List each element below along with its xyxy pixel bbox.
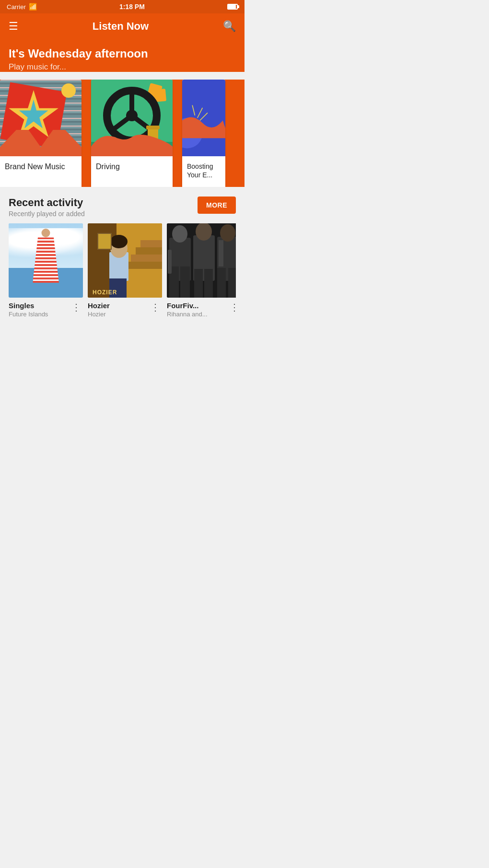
- album-text-singles: Singles Future Islands: [9, 301, 70, 318]
- recent-subtitle: Recently played or added: [9, 210, 85, 218]
- card-boosting[interactable]: Boosting Your E...: [182, 80, 225, 187]
- album-art-fourfiv: [167, 223, 236, 298]
- card-driving[interactable]: Driving: [91, 80, 173, 187]
- svg-rect-36: [168, 250, 172, 274]
- status-bar: Carrier 📶 1:18 PM: [0, 0, 244, 13]
- album-item-fourfiv[interactable]: FourFiv... Rihanna and... ⋮: [167, 223, 236, 320]
- svg-point-7: [126, 110, 138, 121]
- album-item-singles[interactable]: Singles Future Islands ⋮: [9, 223, 83, 320]
- album-menu-fourfiv[interactable]: ⋮: [228, 301, 236, 313]
- album-artist-singles: Future Islands: [9, 311, 70, 318]
- album-menu-singles[interactable]: ⋮: [70, 301, 83, 313]
- menu-icon[interactable]: ☰: [9, 20, 18, 33]
- svg-rect-43: [217, 268, 226, 298]
- svg-rect-27: [118, 278, 127, 298]
- card-brand-new-music[interactable]: Brand New Music: [0, 80, 82, 187]
- svg-point-25: [110, 235, 128, 248]
- card-image-boosting: [182, 80, 225, 156]
- content-area: Recent activity Recently played or added…: [0, 187, 244, 324]
- cards-inner: Brand New Music: [0, 80, 244, 187]
- album-artist-fourfiv: Rihanna and...: [167, 311, 228, 318]
- svg-rect-10: [146, 126, 160, 129]
- battery-icon: [227, 4, 238, 10]
- wifi-icon: 📶: [29, 3, 37, 11]
- album-grid: Singles Future Islands ⋮: [9, 223, 236, 320]
- time-label: 1:18 PM: [119, 3, 145, 11]
- album-art-hozier: HOZIER: [88, 223, 162, 298]
- cards-scroll-area[interactable]: Brand New Music: [0, 80, 244, 187]
- album-menu-hozier[interactable]: ⋮: [149, 301, 162, 313]
- svg-point-42: [220, 224, 235, 242]
- status-left: Carrier 📶: [7, 3, 37, 11]
- card-label-driving: Driving: [91, 156, 173, 180]
- album-text-hozier: Hozier Hozier: [88, 301, 149, 318]
- page-title: Listen Now: [93, 20, 149, 33]
- svg-rect-39: [194, 269, 203, 298]
- hero-greeting: It's Wednesday afternoon: [9, 47, 236, 60]
- search-icon[interactable]: 🔍: [223, 20, 236, 33]
- hero-section: It's Wednesday afternoon Play music for.…: [0, 42, 244, 72]
- header: ☰ Listen Now 🔍: [0, 13, 244, 42]
- album-artist-hozier: Hozier: [88, 311, 149, 318]
- svg-point-33: [172, 225, 187, 243]
- recent-activity-section: Recent activity Recently played or added…: [0, 187, 244, 324]
- recent-title: Recent activity: [9, 197, 85, 209]
- album-name-hozier: Hozier: [88, 301, 149, 310]
- artwork-brandnew: [0, 80, 82, 156]
- album-info-hozier: Hozier Hozier ⋮: [88, 298, 162, 320]
- recent-header-text: Recent activity Recently played or added: [9, 197, 85, 218]
- album-name-singles: Singles: [9, 301, 70, 310]
- album-text-fourfiv: FourFiv... Rihanna and...: [167, 301, 228, 318]
- svg-rect-19: [131, 255, 162, 262]
- album-info-fourfiv: FourFiv... Rihanna and... ⋮: [167, 298, 236, 320]
- artwork-driving: [91, 80, 173, 156]
- cards-section: Brand New Music: [0, 80, 244, 187]
- svg-rect-35: [180, 266, 190, 298]
- figure-singles: [33, 237, 59, 283]
- album-info-singles: Singles Future Islands ⋮: [9, 298, 83, 320]
- card-image-driving: [91, 80, 173, 156]
- recent-header: Recent activity Recently played or added…: [9, 197, 236, 218]
- status-right: [227, 4, 238, 10]
- carrier-label: Carrier: [7, 3, 26, 11]
- card-image-brandnew: [0, 80, 82, 156]
- card-label-brandnew: Brand New Music: [0, 156, 82, 180]
- card-label-boosting: Boosting Your E...: [182, 156, 225, 187]
- album-art-singles: [9, 223, 83, 298]
- svg-rect-40: [204, 269, 213, 298]
- svg-text:HOZIER: HOZIER: [93, 289, 117, 296]
- more-button[interactable]: MORE: [198, 197, 236, 214]
- svg-rect-30: [98, 234, 111, 249]
- album-name-fourfiv: FourFiv...: [167, 301, 228, 310]
- svg-rect-45: [219, 240, 223, 266]
- svg-rect-20: [136, 247, 162, 255]
- svg-rect-44: [228, 268, 236, 298]
- svg-rect-18: [126, 262, 162, 269]
- svg-rect-21: [140, 240, 162, 247]
- album-item-hozier[interactable]: HOZIER Hozier Hozier ⋮: [88, 223, 162, 320]
- hero-subtitle: Play music for...: [9, 62, 236, 72]
